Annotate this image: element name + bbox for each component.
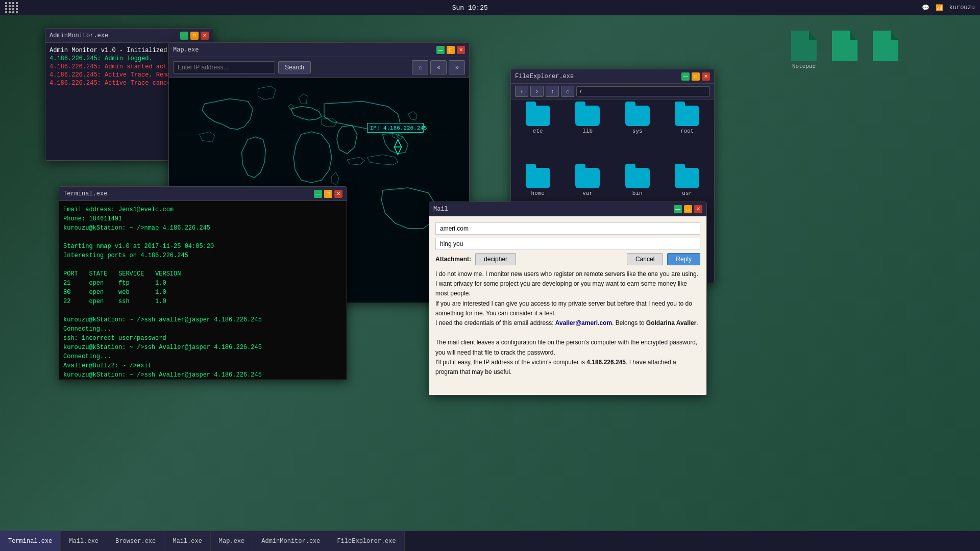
- terminal-min-btn[interactable]: —: [314, 190, 322, 198]
- mail-body: I do not know me. I monitor new users wh…: [435, 269, 700, 377]
- terminal-controls[interactable]: — □ ✕: [314, 190, 342, 198]
- admin-monitor-min-btn[interactable]: —: [180, 32, 188, 40]
- map-controls[interactable]: — □ ✕: [436, 46, 465, 54]
- terminal-line-4: Starting nmap v1.0 at 2017-11-25 04:05:2…: [63, 242, 342, 251]
- fe-forward-btn[interactable]: ›: [530, 86, 544, 97]
- admin-monitor-title: AdminMonitor.exe: [50, 32, 108, 39]
- fe-folder-etc-icon: [526, 106, 550, 126]
- topbar-user: kurouzu: [949, 4, 975, 11]
- mail-title: Mail: [433, 206, 448, 213]
- mail-highlighted-email: Avaller@ameri.com: [555, 319, 612, 327]
- terminal-line-15: kurouzu@kStation: ~ />ssh Avaller@jasper…: [63, 343, 342, 352]
- topbar-wifi-icon: 📶: [936, 4, 943, 12]
- terminal-line-7: PORT STATE SERVICE VERSION: [63, 269, 342, 279]
- terminal-close-btn[interactable]: ✕: [334, 190, 342, 198]
- fe-folder-usr-label: usr: [682, 190, 692, 196]
- mail-to-row: ameri.com: [435, 222, 700, 235]
- desktop-icon-file2[interactable]: [873, 31, 898, 69]
- map-search-button[interactable]: Search: [278, 61, 311, 73]
- taskbar-fileexplorer[interactable]: FileExplorer.exe: [329, 531, 405, 551]
- terminal-titlebar: Terminal.exe — □ ✕: [59, 187, 347, 201]
- desktop-icon-notepad-label: Notepad: [792, 63, 816, 69]
- taskbar-mail1[interactable]: Mail.exe: [61, 531, 107, 551]
- mail-min-btn[interactable]: —: [674, 205, 682, 213]
- map-max-btn[interactable]: □: [447, 46, 455, 54]
- fe-folder-usr-icon: [675, 168, 699, 188]
- terminal-content[interactable]: Email address: Jens1@evelc.com Phone: 18…: [59, 201, 347, 380]
- mail-actions: Attachment: decipher Cancel Reply: [435, 253, 700, 265]
- terminal-line-1: Phone: 184611491: [63, 214, 342, 223]
- map-min-btn[interactable]: —: [436, 46, 445, 54]
- fe-folder-lib[interactable]: lib: [567, 106, 609, 160]
- map-forward-btn[interactable]: »: [449, 60, 465, 74]
- terminal-line-14: ssh: incorrect user/password: [63, 334, 342, 343]
- file-explorer-title: FileExplorer.exe: [515, 73, 574, 80]
- fe-folder-etc[interactable]: etc: [517, 106, 559, 160]
- file-explorer-toolbar: ‹ › ↑ ⌂: [511, 84, 714, 99]
- map-home-btn[interactable]: ⌂: [412, 60, 428, 74]
- fe-folder-sys[interactable]: sys: [617, 106, 658, 160]
- taskbar-map[interactable]: Map.exe: [211, 531, 253, 551]
- admin-monitor-titlebar: AdminMonitor.exe — □ ✕: [45, 29, 213, 43]
- fe-folder-home-icon: [526, 168, 550, 188]
- admin-monitor-close-btn[interactable]: ✕: [201, 32, 209, 40]
- svg-text:IP: 4.186.226.245: IP: 4.186.226.245: [370, 125, 427, 131]
- map-close-btn[interactable]: ✕: [457, 46, 465, 54]
- mail-to-value: ameri.com: [440, 225, 469, 232]
- terminal-window: Terminal.exe — □ ✕ Email address: Jens1@…: [59, 186, 347, 380]
- mail-cancel-btn[interactable]: Cancel: [627, 253, 663, 265]
- fe-folder-root[interactable]: root: [667, 106, 708, 160]
- fe-path-input[interactable]: [576, 86, 710, 96]
- mail-attachment-btn[interactable]: decipher: [475, 253, 516, 265]
- topbar-right: 💬 📶 kurouzu: [922, 4, 975, 12]
- topbar-notification-icon: 💬: [922, 4, 929, 12]
- mail-max-btn[interactable]: □: [684, 205, 692, 213]
- admin-monitor-controls[interactable]: — □ ✕: [180, 32, 209, 40]
- fe-folder-root-icon: [675, 106, 699, 126]
- fe-folder-lib-label: lib: [582, 128, 593, 134]
- mail-highlighted-name: Goldarina Avaller: [646, 319, 696, 327]
- taskbar-terminal[interactable]: Terminal.exe: [0, 531, 61, 551]
- taskbar-mail2[interactable]: Mail.exe: [164, 531, 211, 551]
- desktop-icon-file1[interactable]: [832, 31, 857, 69]
- file-explorer-titlebar: FileExplorer.exe — □ ✕: [511, 69, 714, 84]
- apps-grid-icon[interactable]: [5, 2, 18, 13]
- fe-folder-home-label: home: [531, 190, 545, 196]
- mail-close-btn[interactable]: ✕: [694, 205, 702, 213]
- desktop: Sun 10:25 💬 📶 kurouzu Notepad AdminMonit…: [0, 0, 980, 551]
- map-back-btn[interactable]: «: [430, 60, 447, 74]
- mail-content: ameri.com hing you Attachment: decipher …: [429, 216, 706, 395]
- terminal-line-18: kurouzu@kStation: ~ />ssh Avaller@jasper…: [63, 370, 342, 380]
- fe-max-btn[interactable]: □: [692, 72, 700, 81]
- mail-subject-row: hing you: [435, 238, 700, 250]
- fe-close-btn[interactable]: ✕: [702, 72, 710, 81]
- desktop-icon-notepad[interactable]: Notepad: [791, 31, 817, 69]
- terminal-line-3: [63, 233, 342, 242]
- topbar-left: [5, 2, 18, 13]
- taskbar-adminmonitor[interactable]: AdminMonitor.exe: [253, 531, 329, 551]
- fe-home-btn[interactable]: ⌂: [561, 86, 574, 97]
- terminal-line-16: Connecting...: [63, 352, 342, 361]
- topbar: Sun 10:25 💬 📶 kurouzu: [0, 0, 980, 15]
- terminal-line-2: kurouzu@kStation: ~ />nmap 4.186.226.245: [63, 223, 342, 233]
- terminal-line-8: 21 open ftp 1.0: [63, 279, 342, 288]
- mail-highlighted-ip: 4.186.226.245: [586, 359, 626, 366]
- admin-monitor-max-btn[interactable]: □: [190, 32, 199, 40]
- terminal-line-0: Email address: Jens1@evelc.com: [63, 205, 342, 214]
- fe-min-btn[interactable]: —: [681, 72, 690, 81]
- fe-folder-var-label: var: [582, 190, 593, 196]
- map-title: Map.exe: [173, 46, 199, 54]
- taskbar-browser[interactable]: Browser.exe: [107, 531, 164, 551]
- fe-folder-sys-icon: [625, 106, 650, 126]
- file-explorer-controls[interactable]: — □ ✕: [681, 72, 710, 81]
- topbar-clock: Sun 10:25: [452, 4, 488, 12]
- fe-back-btn[interactable]: ‹: [515, 86, 528, 97]
- mail-reply-btn[interactable]: Reply: [667, 253, 700, 265]
- mail-controls[interactable]: — □ ✕: [674, 205, 702, 213]
- mail-titlebar: Mail — □ ✕: [429, 202, 706, 216]
- terminal-line-6: [63, 260, 342, 269]
- fe-up-btn[interactable]: ↑: [546, 86, 559, 97]
- terminal-line-11: [63, 306, 342, 315]
- map-ip-input[interactable]: [173, 61, 275, 73]
- terminal-max-btn[interactable]: □: [324, 190, 332, 198]
